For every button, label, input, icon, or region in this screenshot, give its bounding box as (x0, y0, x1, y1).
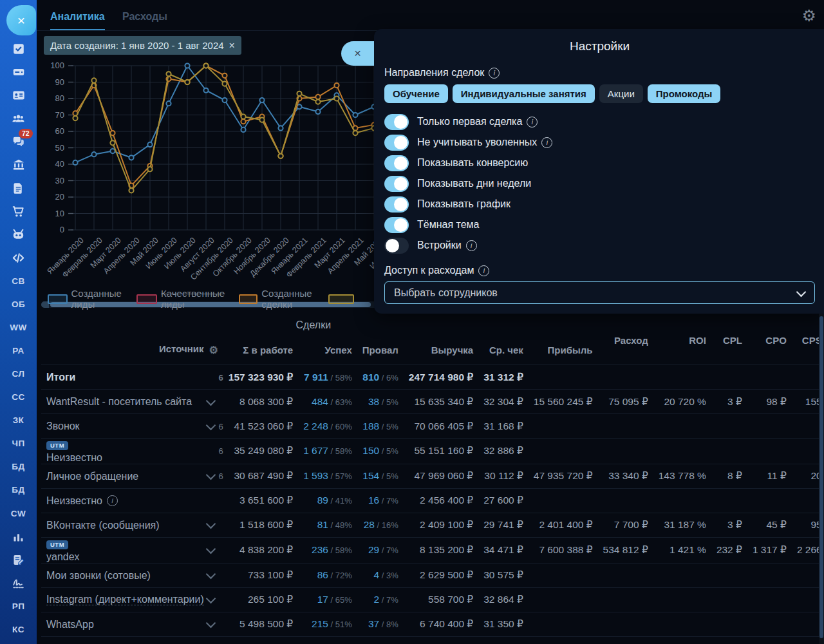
toggle-switch[interactable] (384, 135, 409, 151)
data-point[interactable] (147, 167, 152, 171)
col-header-profit[interactable]: Прибыль (529, 335, 598, 365)
expand-chevron-icon[interactable] (206, 519, 216, 529)
data-point[interactable] (222, 98, 227, 102)
sidebar-item-17[interactable]: ЧП (0, 435, 37, 452)
info-icon[interactable]: i (478, 265, 489, 276)
legend-item-2[interactable]: Созданные сделки (239, 288, 319, 310)
data-point[interactable] (91, 78, 96, 82)
legend-item-0[interactable]: Созданные лиды (48, 288, 127, 310)
tasks-icon[interactable] (0, 41, 37, 57)
employees-select[interactable]: Выбрать сотрудников (384, 281, 815, 304)
data-point[interactable] (110, 131, 115, 135)
col-header-source[interactable]: Источник⚙ (41, 335, 223, 365)
settings-gear-icon[interactable]: ⚙ (802, 6, 816, 25)
doc-edit-icon[interactable] (0, 551, 37, 568)
page-vertical-scrollbar[interactable] (819, 314, 824, 644)
col-header-roi[interactable]: ROI (653, 316, 711, 365)
chip-close-icon[interactable]: × (229, 41, 235, 51)
sidebar-item-15[interactable]: СС (0, 389, 37, 406)
col-header-expense[interactable]: Расход (598, 316, 653, 365)
toggle-switch[interactable] (384, 217, 409, 233)
direction-button-3[interactable]: Промокоды (648, 84, 721, 103)
bank-icon[interactable] (0, 156, 37, 173)
data-point[interactable] (147, 142, 152, 147)
data-point[interactable] (166, 101, 171, 106)
sidebar-close-button[interactable]: × (6, 5, 36, 35)
data-point[interactable] (259, 118, 264, 122)
bot-icon[interactable] (0, 226, 37, 243)
data-point[interactable] (73, 160, 77, 165)
data-point[interactable] (129, 155, 133, 160)
data-point[interactable] (241, 119, 245, 124)
toggle-switch[interactable] (384, 155, 409, 171)
expand-chevron-icon[interactable] (206, 395, 216, 406)
data-point[interactable] (185, 80, 189, 84)
info-icon[interactable]: i (541, 137, 552, 148)
info-icon[interactable]: i (107, 495, 118, 506)
col-header-cpo[interactable]: CPO (747, 316, 792, 365)
col-header-avg[interactable]: Ср. чек (478, 335, 529, 365)
data-point[interactable] (353, 131, 357, 135)
tab-expenses[interactable]: Расходы (122, 11, 167, 29)
sidebar-item-25[interactable]: КС (0, 621, 37, 638)
data-point[interactable] (222, 73, 227, 78)
data-point[interactable] (353, 113, 357, 117)
scrollbar-thumb[interactable] (819, 316, 823, 638)
toggle-switch[interactable] (384, 114, 409, 130)
data-point[interactable] (334, 96, 339, 100)
data-point[interactable] (259, 98, 264, 102)
sidebar-item-11[interactable]: ОБ (0, 296, 37, 313)
tab-analytics[interactable]: Аналитика (50, 11, 105, 30)
direction-button-2[interactable]: Акции (599, 84, 643, 103)
id-card-icon[interactable] (0, 87, 37, 104)
sidebar-item-16[interactable]: ЗК (0, 412, 37, 429)
data-point[interactable] (73, 116, 77, 120)
data-point[interactable] (334, 83, 339, 88)
info-icon[interactable]: i (466, 240, 477, 251)
panel-close-button[interactable]: × (341, 41, 374, 66)
data-point[interactable] (185, 63, 189, 68)
data-point[interactable] (297, 91, 301, 96)
sidebar-item-20[interactable]: CW (0, 505, 37, 522)
sidebar-item-14[interactable]: СЛ (0, 366, 37, 383)
info-icon[interactable]: i (527, 117, 538, 128)
expand-chevron-icon[interactable] (206, 544, 216, 554)
document-icon[interactable] (0, 180, 37, 196)
data-point[interactable] (203, 63, 208, 68)
info-icon[interactable]: i (489, 68, 500, 79)
cart-icon[interactable] (0, 203, 37, 220)
toggle-switch[interactable] (384, 196, 409, 213)
sidebar-item-19[interactable]: БД (0, 482, 37, 498)
data-point[interactable] (222, 81, 227, 86)
legend-item-3[interactable] (328, 294, 354, 304)
inbox-icon[interactable] (0, 64, 37, 80)
bar-chart-icon[interactable] (0, 528, 37, 545)
sidebar-item-24[interactable]: РП (0, 598, 37, 614)
chat-icon[interactable]: 72 (0, 133, 37, 150)
col-header-success[interactable]: Успех (298, 335, 357, 365)
data-point[interactable] (129, 188, 133, 193)
data-point[interactable] (166, 71, 171, 76)
direction-button-1[interactable]: Индивидуальные занятия (453, 84, 595, 103)
toggle-switch[interactable] (384, 176, 409, 192)
data-point[interactable] (241, 128, 245, 132)
expand-chevron-icon[interactable] (206, 594, 216, 604)
legend-item-1[interactable]: Качественные лиды (136, 288, 230, 310)
sidebar-item-13[interactable]: РА (0, 343, 37, 359)
sidebar-item-12[interactable]: WW (0, 319, 37, 336)
data-point[interactable] (278, 126, 283, 130)
col-header-in_work[interactable]: Σ в работе (223, 335, 298, 365)
users-icon[interactable] (0, 110, 37, 127)
data-point[interactable] (110, 149, 115, 153)
col-header-revenue[interactable]: Выручка (404, 335, 478, 365)
date-filter-chip[interactable]: Дата создания: 1 янв 2020 - 1 авг 2024 × (44, 36, 241, 55)
data-point[interactable] (91, 152, 96, 156)
table-settings-gear-icon[interactable]: ⚙ (209, 345, 218, 355)
data-point[interactable] (315, 100, 320, 104)
col-header-cpl[interactable]: CPL (711, 316, 747, 365)
code-icon[interactable] (0, 249, 37, 266)
expand-chevron-icon[interactable] (206, 569, 216, 580)
expand-chevron-icon[interactable] (206, 470, 216, 480)
sidebar-item-18[interactable]: БД (0, 459, 37, 475)
col-header-fail[interactable]: Провал (357, 335, 404, 365)
